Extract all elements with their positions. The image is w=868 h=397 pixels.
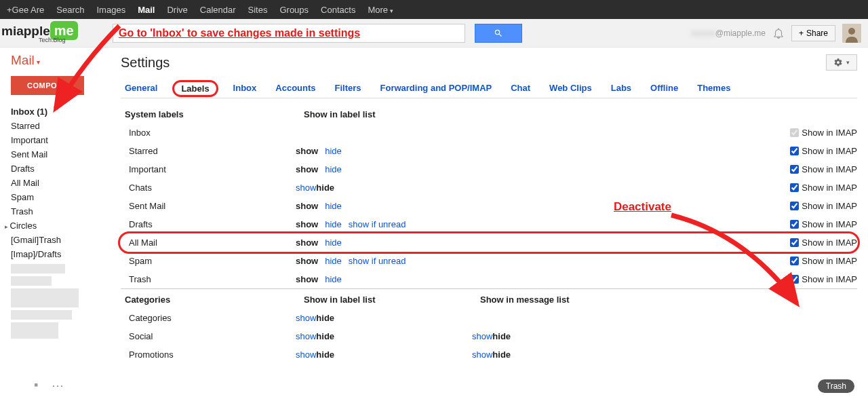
sidebar-item-circles[interactable]: Circles	[11, 219, 113, 233]
top-nav-more[interactable]: More	[368, 5, 393, 15]
sidebar-item-trash[interactable]: Trash	[11, 204, 113, 219]
show-option[interactable]: show	[472, 331, 492, 341]
imap-label: Show in IMAP	[802, 164, 857, 174]
top-nav-bar: +Gee AreSearchImagesMailDriveCalendarSit…	[0, 0, 868, 19]
sidebar-item-gmailtrash[interactable]: [Gmail]Trash	[11, 233, 113, 247]
imap-label: Show in IMAP	[802, 219, 857, 229]
show-in-list-controls: showhide	[296, 238, 472, 248]
show-in-imap: Show in IMAP	[790, 164, 857, 174]
settings-tabs: GeneralLabelsInboxAccountsFiltersForward…	[121, 80, 857, 98]
imap-checkbox[interactable]	[790, 183, 799, 192]
show-in-list-controls: showhideshow if unread	[296, 256, 472, 266]
settings-gear-button[interactable]	[826, 54, 857, 71]
category-row-categories: Categories showhide	[121, 309, 857, 327]
notifications-icon[interactable]	[772, 27, 785, 39]
show-option: hide	[316, 183, 334, 193]
tab-themes[interactable]: Themes	[693, 80, 734, 97]
imap-checkbox[interactable]	[790, 147, 799, 155]
show-option[interactable]: hide	[325, 219, 342, 229]
trash-pill[interactable]: Trash	[818, 379, 854, 393]
imap-checkbox[interactable]	[790, 165, 799, 174]
imap-checkbox[interactable]	[790, 238, 799, 247]
label-name: Trash	[121, 274, 296, 284]
imap-checkbox[interactable]	[790, 202, 799, 210]
show-option[interactable]: hide	[325, 201, 342, 211]
show-option: hide	[316, 331, 334, 341]
show-option: show	[296, 201, 318, 211]
label-name: Drafts	[121, 219, 296, 229]
top-nav-mail[interactable]: Mail	[138, 5, 155, 15]
show-in-imap: Show in IMAP	[790, 201, 857, 211]
show-option[interactable]: hide	[325, 146, 342, 156]
top-nav-search[interactable]: Search	[56, 5, 84, 15]
sidebar-item-inbox[interactable]: Inbox (1)	[11, 105, 113, 119]
chat-icon[interactable]: ▪	[34, 378, 38, 393]
more-icon[interactable]: ⋯	[52, 378, 64, 393]
col-header-msglist: Show in message list	[480, 295, 656, 305]
annotation-deactivate: Deactivate	[614, 200, 671, 214]
show-option[interactable]: show	[296, 313, 316, 323]
mail-dropdown[interactable]: Mail	[11, 53, 113, 68]
label-name: Chats	[121, 183, 296, 193]
tab-labs[interactable]: Labs	[607, 80, 635, 97]
user-email[interactable]: xxxxxx@miapple.me	[691, 29, 766, 38]
avatar[interactable]	[842, 24, 861, 43]
show-in-list-controls: showhide	[296, 274, 472, 284]
tab-filters[interactable]: Filters	[331, 80, 366, 97]
imap-checkbox[interactable]	[790, 257, 799, 265]
sidebar-bottom-icons: ▪ ⋯	[34, 378, 64, 393]
sidebar-item-important[interactable]: Important	[11, 133, 113, 147]
tab-labels[interactable]: Labels	[172, 80, 218, 97]
top-nav-geeare[interactable]: +Gee Are	[7, 5, 44, 15]
show-option[interactable]: show	[296, 183, 316, 193]
tab-webclips[interactable]: Web Clips	[545, 80, 596, 97]
tab-inbox[interactable]: Inbox	[229, 80, 261, 97]
show-option[interactable]: hide	[325, 274, 342, 284]
sidebar-item-spam[interactable]: Spam	[11, 190, 113, 204]
show-option[interactable]: show if unread	[349, 219, 406, 229]
imap-checkbox[interactable]	[790, 128, 799, 137]
show-option[interactable]: show if unread	[349, 256, 406, 266]
imap-checkbox[interactable]	[790, 220, 799, 229]
user-area: xxxxxx@miapple.me +Share	[691, 24, 861, 43]
sidebar-item-imapdrafts[interactable]: [Imap]/Drafts	[11, 247, 113, 261]
show-option[interactable]: show	[296, 349, 316, 360]
search-input[interactable]: Go to 'Inbox' to save changes made in se…	[113, 24, 465, 43]
top-nav-images[interactable]: Images	[97, 5, 126, 15]
sidebar: Mail COMPOSE Inbox (1)StarredImportantSe…	[0, 48, 113, 397]
top-nav-contacts[interactable]: Contacts	[321, 5, 355, 15]
top-nav-sites[interactable]: Sites	[248, 5, 268, 15]
show-option[interactable]: hide	[325, 256, 342, 266]
compose-button[interactable]: COMPOSE	[11, 76, 84, 95]
show-option[interactable]: hide	[325, 164, 342, 174]
sidebar-item-starred[interactable]: Starred	[11, 119, 113, 133]
category-name: Categories	[121, 313, 296, 323]
show-in-imap: Show in IMAP	[790, 146, 857, 156]
tab-general[interactable]: General	[121, 80, 161, 97]
share-button[interactable]: +Share	[791, 25, 835, 41]
tab-forwardingandpopimap[interactable]: Forwarding and POP/IMAP	[376, 80, 496, 97]
show-option: hide	[492, 331, 511, 341]
content-header: Settings	[121, 54, 857, 71]
tab-offline[interactable]: Offline	[646, 80, 682, 97]
imap-label: Show in IMAP	[802, 146, 857, 156]
show-option[interactable]: show	[296, 331, 316, 341]
show-option[interactable]: hide	[325, 238, 342, 248]
top-nav-drive[interactable]: Drive	[167, 5, 187, 15]
label-name: Spam	[121, 256, 296, 266]
show-in-imap: Show in IMAP	[790, 256, 857, 266]
tab-chat[interactable]: Chat	[507, 80, 534, 97]
show-option[interactable]: show	[472, 349, 492, 360]
label-name: Starred	[121, 146, 296, 156]
top-nav-calendar[interactable]: Calendar	[200, 5, 236, 15]
search-button[interactable]	[475, 24, 522, 43]
tab-accounts[interactable]: Accounts	[271, 80, 319, 97]
top-nav-groups[interactable]: Groups	[279, 5, 309, 15]
imap-checkbox[interactable]	[790, 275, 799, 284]
show-in-imap: Show in IMAP	[790, 183, 857, 193]
show-in-list-controls: showhide	[296, 349, 472, 360]
sidebar-item-sentmail[interactable]: Sent Mail	[11, 147, 113, 162]
show-in-list-controls: showhide	[296, 313, 472, 323]
sidebar-item-allmail[interactable]: All Mail	[11, 176, 113, 190]
sidebar-item-drafts[interactable]: Drafts	[11, 162, 113, 176]
